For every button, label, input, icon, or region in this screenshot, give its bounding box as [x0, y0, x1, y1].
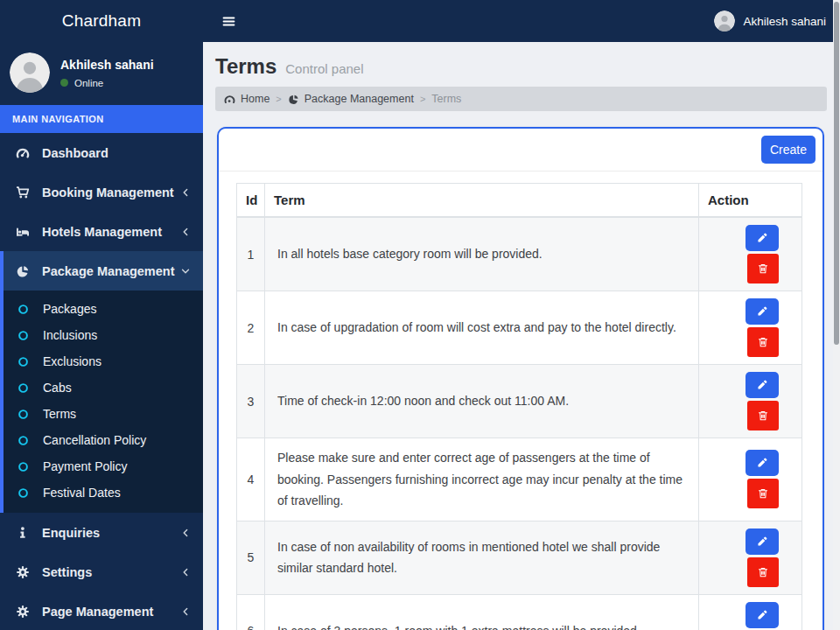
- terms-card: Create Id Term Action 1 In all hotels ba…: [217, 127, 824, 630]
- scrollbar-thumb[interactable]: [834, 2, 839, 345]
- online-status-label: Online: [74, 78, 103, 88]
- sidebar-subitem-label: Payment Policy: [43, 459, 127, 473]
- sidebar-item-label: Settings: [42, 565, 92, 579]
- sidebar-subitem-payment-policy[interactable]: Payment Policy: [4, 453, 203, 480]
- nav-section-label: MAIN NAVIGATION: [0, 105, 203, 133]
- chevron-left-icon: [180, 528, 191, 538]
- edit-button[interactable]: [746, 298, 779, 325]
- online-status-dot: [60, 79, 68, 87]
- sidebar-item-package-management[interactable]: Package Management: [4, 251, 203, 290]
- sidebar: Akhilesh sahani Online MAIN NAVIGATION D…: [0, 42, 203, 630]
- tachometer-icon: [16, 146, 33, 160]
- table-row: 3 Time of check-in 12:00 noon and check …: [237, 365, 802, 438]
- user-menu[interactable]: Akhilesh sahani: [714, 10, 826, 32]
- chevron-left-icon: [180, 567, 191, 578]
- delete-button[interactable]: [747, 401, 779, 430]
- term-id: 2: [237, 291, 265, 365]
- delete-button[interactable]: [747, 254, 779, 284]
- create-button[interactable]: Create: [761, 136, 816, 164]
- chevron-down-icon: [180, 266, 191, 276]
- pencil-icon: [756, 536, 768, 548]
- bed-icon: [16, 225, 33, 239]
- sidebar-item-enquiries[interactable]: Enquiries: [0, 513, 203, 552]
- sidebar-subitem-festival-dates[interactable]: Festival Dates: [4, 480, 203, 506]
- sidebar-subitem-cancellation-policy[interactable]: Cancellation Policy: [4, 427, 203, 453]
- trash-icon: [757, 336, 769, 348]
- chevron-left-icon: [180, 227, 191, 237]
- sidebar-toggle-button[interactable]: [214, 6, 243, 36]
- sidebar-item-label: Enquiries: [42, 526, 100, 540]
- term-text: Time of check-in 12:00 noon and check ou…: [265, 365, 699, 438]
- gear-icon: [16, 605, 33, 619]
- main-content: Terms Control panel Home > Package Manag…: [203, 42, 833, 630]
- delete-button[interactable]: [747, 479, 779, 508]
- term-text: In case of 3 persons, 1 room with 1 extr…: [265, 594, 699, 630]
- table-header-row: Id Term Action: [237, 184, 802, 218]
- sidebar-subitem-label: Packages: [43, 302, 96, 316]
- pencil-icon: [756, 379, 768, 391]
- pie-chart-icon: [16, 264, 33, 278]
- sidebar-subitem-label: Inclusions: [43, 328, 97, 342]
- delete-button[interactable]: [747, 557, 779, 587]
- sidebar-subitem-label: Terms: [43, 407, 76, 421]
- sidebar-subitem-terms[interactable]: Terms: [4, 401, 203, 427]
- column-header-term: Term: [265, 184, 699, 218]
- table-row: 1 In all hotels base category room will …: [237, 217, 802, 291]
- pencil-icon: [756, 457, 768, 469]
- sidebar-item-booking-management[interactable]: Booking Management: [0, 172, 203, 212]
- trash-icon: [757, 487, 769, 500]
- column-header-id: Id: [237, 184, 265, 218]
- sidebar-subitem-label: Cancellation Policy: [43, 433, 146, 447]
- sidebar-subitem-inclusions[interactable]: Inclusions: [4, 322, 203, 348]
- term-actions: [699, 438, 802, 522]
- sidebar-item-page-management[interactable]: Page Management: [0, 592, 203, 630]
- edit-button[interactable]: [746, 450, 779, 476]
- edit-button[interactable]: [746, 372, 779, 398]
- breadcrumb-package-management[interactable]: Package Management: [288, 93, 414, 105]
- chevron-left-icon: [180, 606, 191, 617]
- sidebar-subitem-exclusions[interactable]: Exclusions: [4, 348, 203, 374]
- sidebar-item-label: Hotels Management: [42, 225, 162, 239]
- edit-button[interactable]: [746, 225, 779, 251]
- breadcrumb: Home > Package Management > Terms: [215, 87, 827, 111]
- sidebar-item-hotels-management[interactable]: Hotels Management: [0, 212, 203, 251]
- circle-icon: [18, 304, 35, 315]
- term-actions: [699, 217, 802, 291]
- sidebar-item-label: Booking Management: [42, 186, 174, 200]
- trash-icon: [757, 262, 769, 275]
- sidebar-subitem-packages[interactable]: Packages: [4, 296, 203, 322]
- page-subtitle: Control panel: [285, 61, 363, 76]
- card-body: Id Term Action 1 In all hotels base cate…: [219, 172, 822, 630]
- delete-button[interactable]: [747, 327, 779, 357]
- package-management-submenu: Packages Inclusions Exclusions Cabs Term…: [4, 290, 203, 513]
- topbar-username: Akhilesh sahani: [743, 15, 826, 28]
- term-actions: [699, 291, 802, 365]
- pencil-icon: [756, 232, 768, 244]
- breadcrumb-current: Terms: [431, 93, 461, 105]
- sidebar-item-label: Package Management: [42, 264, 175, 278]
- circle-icon: [18, 435, 35, 446]
- sidebar-subitem-label: Exclusions: [43, 354, 102, 368]
- term-id: 4: [237, 438, 265, 522]
- avatar: [10, 52, 50, 93]
- sidebar-item-dashboard[interactable]: Dashboard: [0, 133, 203, 172]
- content-header: Terms Control panel Home > Package Manag…: [203, 42, 833, 111]
- sidebar-item-settings[interactable]: Settings: [0, 552, 203, 592]
- circle-icon: [18, 382, 35, 394]
- term-text: In all hotels base category room will be…: [265, 217, 699, 291]
- breadcrumb-home[interactable]: Home: [224, 93, 270, 105]
- brand-logo[interactable]: Chardham: [0, 11, 203, 31]
- circle-icon: [18, 330, 35, 341]
- term-id: 3: [237, 365, 265, 438]
- edit-button[interactable]: [746, 602, 779, 628]
- term-text: Please make sure and enter correct age o…: [265, 438, 699, 522]
- table-row: 2 In case of upgradation of room will co…: [237, 291, 802, 365]
- sidebar-subitem-cabs[interactable]: Cabs: [4, 374, 203, 401]
- sidebar-subitem-label: Cabs: [43, 381, 72, 395]
- circle-icon: [18, 487, 35, 499]
- edit-button[interactable]: [746, 528, 779, 555]
- sidebar-username: Akhilesh sahani: [60, 58, 154, 72]
- term-text: In case of non availability of rooms in …: [265, 521, 699, 594]
- term-id: 1: [237, 217, 265, 291]
- gear-icon: [16, 565, 33, 579]
